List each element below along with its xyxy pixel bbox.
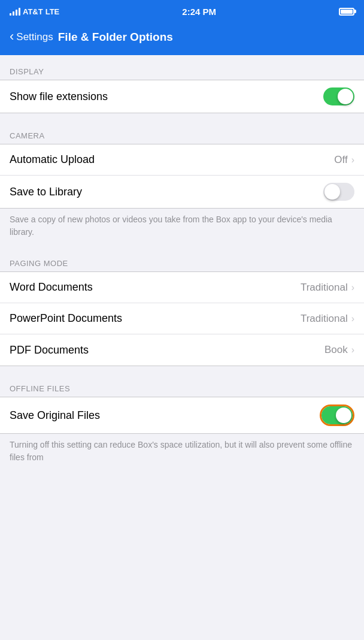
pdf-documents-right: Book ›	[324, 344, 354, 356]
save-to-library-label: Save to Library	[10, 186, 82, 198]
word-documents-value: Traditional	[301, 282, 348, 294]
camera-description: Save a copy of new photos or videos you …	[0, 209, 364, 247]
battery-icon	[339, 8, 354, 16]
powerpoint-documents-right: Traditional ›	[301, 313, 354, 325]
toggle-thumb	[338, 89, 353, 104]
status-time: 2:24 PM	[182, 7, 216, 17]
section-header-paging: PAGING MODE	[0, 247, 364, 271]
back-label: Settings	[16, 31, 53, 43]
word-documents-label: Word Documents	[10, 281, 93, 294]
status-bar: AT&T LTE 2:24 PM	[0, 0, 364, 22]
carrier-name: AT&T	[23, 7, 43, 16]
section-header-offline: OFFLINE FILES	[0, 372, 364, 397]
row-show-file-extensions: Show file extensions	[0, 80, 364, 113]
pdf-documents-value: Book	[324, 344, 348, 356]
powerpoint-documents-value: Traditional	[301, 313, 348, 325]
row-word-documents[interactable]: Word Documents Traditional ›	[0, 272, 364, 303]
settings-content: DISPLAY Show file extensions CAMERA Auto…	[0, 55, 364, 472]
row-powerpoint-documents[interactable]: PowerPoint Documents Traditional ›	[0, 303, 364, 334]
back-chevron-icon: ‹	[10, 29, 14, 44]
section-header-camera: CAMERA	[0, 119, 364, 144]
settings-group-camera: Automatic Upload Off › Save to Library	[0, 144, 364, 209]
automatic-upload-chevron: ›	[351, 155, 354, 165]
settings-group-display: Show file extensions	[0, 80, 364, 113]
offline-description: Turning off this setting can reduce Box'…	[0, 434, 364, 472]
save-original-files-label: Save Original Files	[10, 409, 100, 422]
signal-icon	[10, 7, 20, 16]
row-save-original-files: Save Original Files	[0, 397, 364, 433]
status-indicators	[339, 8, 354, 16]
toggle-thumb-offline	[336, 407, 351, 423]
pdf-documents-label: PDF Documents	[10, 344, 89, 357]
section-header-display: DISPLAY	[0, 55, 364, 80]
powerpoint-documents-chevron: ›	[351, 313, 354, 324]
automatic-upload-right: Off ›	[334, 154, 354, 166]
save-original-files-toggle[interactable]	[321, 406, 353, 424]
save-original-files-toggle-wrapper	[320, 404, 354, 426]
settings-group-paging: Word Documents Traditional › PowerPoint …	[0, 271, 364, 366]
battery-fill	[341, 10, 353, 14]
row-automatic-upload[interactable]: Automatic Upload Off ›	[0, 144, 364, 176]
show-file-extensions-toggle[interactable]	[323, 87, 354, 105]
automatic-upload-label: Automatic Upload	[10, 153, 95, 166]
pdf-documents-chevron: ›	[351, 345, 354, 355]
word-documents-chevron: ›	[351, 282, 354, 293]
powerpoint-documents-label: PowerPoint Documents	[10, 312, 122, 325]
show-file-extensions-label: Show file extensions	[10, 90, 108, 103]
settings-group-offline: Save Original Files	[0, 397, 364, 434]
word-documents-right: Traditional ›	[301, 282, 354, 294]
page-title: File & Folder Options	[58, 31, 173, 44]
nav-bar: ‹ Settings File & Folder Options	[0, 22, 364, 55]
automatic-upload-value: Off	[334, 154, 347, 166]
save-to-library-toggle[interactable]	[323, 183, 354, 201]
back-button[interactable]: ‹ Settings	[10, 30, 53, 44]
carrier-info: AT&T LTE	[10, 7, 59, 16]
row-pdf-documents[interactable]: PDF Documents Book ›	[0, 334, 364, 366]
toggle-thumb-library	[324, 184, 340, 200]
network-type: LTE	[46, 7, 60, 16]
row-save-to-library: Save to Library	[0, 176, 364, 208]
